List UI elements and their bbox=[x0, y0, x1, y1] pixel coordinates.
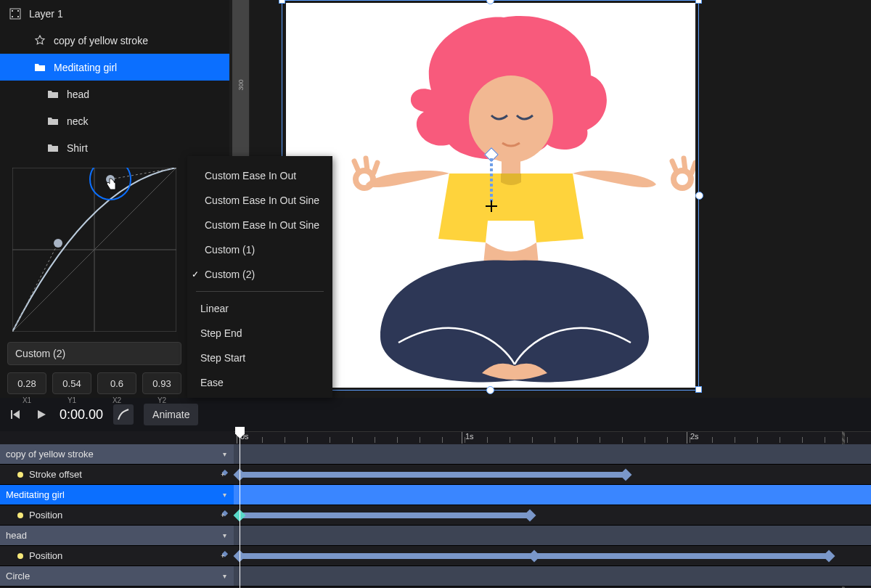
resize-handle-br[interactable] bbox=[695, 386, 702, 393]
jump-start-button[interactable] bbox=[7, 407, 23, 422]
track-group[interactable]: Circle▾ bbox=[0, 566, 234, 587]
track-prop[interactable]: Position+ bbox=[0, 546, 234, 566]
animate-button[interactable]: Animate bbox=[144, 404, 198, 425]
keyframe-bullet-icon bbox=[17, 513, 23, 518]
svg-point-5 bbox=[469, 75, 553, 163]
ease-menu-label: Custom Ease In Out Sine bbox=[205, 195, 319, 206]
ease-menu-label: Ease bbox=[200, 377, 224, 388]
curve-x1-label: X1 bbox=[7, 396, 46, 404]
layer-item-2[interactable]: head bbox=[0, 81, 229, 107]
keyframe-diamond[interactable] bbox=[524, 510, 536, 522]
layer-item-label: Meditating girl bbox=[54, 62, 117, 73]
add-keyframe-button[interactable]: + bbox=[218, 510, 228, 520]
chevron-down-icon[interactable]: ▾ bbox=[223, 572, 226, 580]
track-lane[interactable] bbox=[234, 526, 871, 546]
keyframe-diamond[interactable] bbox=[620, 469, 632, 481]
resize-handle-mr[interactable] bbox=[695, 192, 703, 200]
play-button[interactable] bbox=[33, 407, 49, 422]
svg-rect-2 bbox=[17, 10, 19, 12]
ease-curve-button[interactable] bbox=[113, 404, 134, 425]
curve-y2-label: Y2 bbox=[142, 396, 181, 404]
ease-menu-item[interactable]: Custom Ease In Out Sine bbox=[187, 188, 332, 213]
curve-y1-input[interactable] bbox=[52, 372, 91, 394]
curve-editor-panel: X1 Y1 X2 Y2 bbox=[0, 156, 189, 398]
track-lane[interactable] bbox=[234, 505, 871, 526]
ease-menu-label: Custom (1) bbox=[205, 244, 255, 256]
ease-menu-item[interactable]: Step End bbox=[187, 321, 332, 346]
keyframe-span[interactable] bbox=[240, 472, 626, 478]
folder-icon bbox=[46, 115, 60, 128]
track-label-text: Circle bbox=[6, 571, 30, 581]
track-group[interactable]: head▾ bbox=[0, 526, 234, 546]
chevron-down-icon[interactable]: ▾ bbox=[223, 491, 226, 499]
layer-item-3[interactable]: neck bbox=[0, 107, 229, 134]
track-lane[interactable] bbox=[234, 444, 871, 465]
ease-menu-item[interactable]: Step Start bbox=[187, 346, 332, 370]
track-group[interactable]: copy of yellow stroke▾ bbox=[0, 444, 234, 465]
menu-separator bbox=[196, 291, 324, 292]
keyframe-diamond[interactable] bbox=[823, 550, 835, 563]
layer-item-label: copy of yellow stroke bbox=[54, 35, 148, 46]
add-keyframe-button[interactable]: + bbox=[218, 551, 228, 561]
folder-icon bbox=[46, 142, 60, 155]
ease-menu-item[interactable]: Ease In bbox=[187, 395, 332, 398]
track-label-text: copy of yellow stroke bbox=[6, 449, 94, 460]
ease-menu-label: Step Start bbox=[200, 352, 245, 364]
track-prop[interactable]: Position+ bbox=[0, 505, 234, 526]
layer-item-1[interactable]: Meditating girl bbox=[0, 54, 229, 81]
layer-item-0[interactable]: copy of yellow stroke bbox=[0, 27, 229, 54]
layer-item-label: head bbox=[67, 89, 89, 100]
resize-handle-bm[interactable] bbox=[486, 386, 494, 394]
track-lanes bbox=[234, 444, 871, 587]
ease-menu-item-selected[interactable]: ✓Custom (2) bbox=[187, 262, 332, 287]
track-lane[interactable] bbox=[234, 546, 871, 566]
track-lane[interactable] bbox=[234, 566, 871, 587]
curve-y2-input[interactable] bbox=[142, 372, 181, 394]
timeline-panel: 0:00.00 Animate 0s 1s 2s copy of yellow … bbox=[0, 398, 871, 588]
track-group-selected[interactable]: Meditating girl▾ bbox=[0, 485, 234, 505]
track-lane-selected[interactable] bbox=[234, 485, 871, 505]
keyframe-bullet-icon bbox=[17, 472, 23, 478]
track-lane[interactable] bbox=[234, 465, 871, 485]
resize-handle-tl[interactable] bbox=[279, 0, 285, 4]
ease-menu-item[interactable]: Custom Ease In Out Sine bbox=[187, 213, 332, 237]
star-icon bbox=[33, 34, 46, 47]
pivot-icon[interactable] bbox=[486, 200, 497, 212]
layer-panel: Layer 1 copy of yellow stroke Meditating… bbox=[0, 0, 229, 161]
playhead[interactable] bbox=[240, 431, 240, 588]
track-prop[interactable]: Stroke offset+ bbox=[0, 465, 234, 485]
animate-button-label: Animate bbox=[152, 409, 189, 420]
track-label-text: Meditating girl bbox=[6, 489, 65, 500]
ease-menu-item[interactable]: Linear bbox=[187, 296, 332, 321]
curve-x2-input[interactable] bbox=[97, 372, 136, 394]
folder-icon bbox=[46, 88, 60, 101]
add-keyframe-button[interactable]: + bbox=[218, 470, 228, 480]
ease-preset-menu: Custom Ease In Out Custom Ease In Out Si… bbox=[187, 156, 332, 398]
time-mark-2: 2s bbox=[687, 432, 699, 444]
ease-menu-label: Step End bbox=[200, 327, 242, 339]
time-mark-1: 1s bbox=[462, 432, 474, 444]
time-display: 0:00.00 bbox=[60, 407, 103, 422]
keyframe-span[interactable] bbox=[240, 513, 530, 518]
ease-menu-item[interactable]: Custom (1) bbox=[187, 237, 332, 262]
ease-menu-item[interactable]: Custom Ease In Out bbox=[187, 163, 332, 188]
curve-x1-input[interactable] bbox=[7, 372, 46, 394]
curve-graph[interactable] bbox=[12, 168, 176, 332]
svg-text:+: + bbox=[221, 471, 224, 478]
ease-menu-label: Linear bbox=[200, 303, 229, 314]
svg-rect-3 bbox=[12, 16, 13, 17]
layer-icon bbox=[9, 7, 22, 20]
ease-menu-label: Custom (2) bbox=[205, 269, 255, 280]
canvas-area[interactable] bbox=[250, 0, 871, 398]
resize-handle-tr[interactable] bbox=[695, 0, 702, 4]
bone-chain bbox=[490, 158, 493, 202]
curve-values-row: X1 Y1 X2 Y2 bbox=[7, 372, 181, 404]
chevron-down-icon[interactable]: ▾ bbox=[223, 450, 226, 458]
layer-root[interactable]: Layer 1 bbox=[0, 0, 229, 27]
ease-menu-item[interactable]: Ease bbox=[187, 370, 332, 395]
chevron-down-icon[interactable]: ▾ bbox=[223, 531, 226, 539]
curve-y1-label: Y1 bbox=[52, 396, 91, 404]
curve-name-input[interactable] bbox=[7, 342, 181, 365]
keyframe-diamond[interactable] bbox=[528, 550, 541, 563]
layer-item-label: Shirt bbox=[67, 142, 88, 154]
